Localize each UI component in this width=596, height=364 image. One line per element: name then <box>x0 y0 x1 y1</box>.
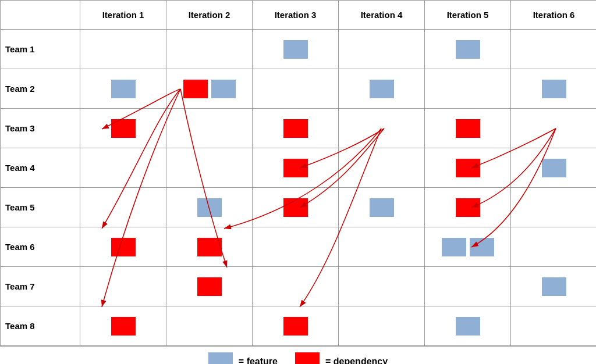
team8-iter3-dep <box>283 317 308 336</box>
team7-row: Team 7 <box>1 267 597 306</box>
team3-iter3 <box>253 109 339 148</box>
team3-iter4 <box>339 109 425 148</box>
team8-iter1 <box>80 306 166 346</box>
team2-row: Team 2 <box>1 69 597 109</box>
team2-label: Team 2 <box>1 69 80 109</box>
team4-iter3-dep <box>283 159 308 177</box>
team6-iter6 <box>511 227 597 267</box>
team4-label: Team 4 <box>1 148 80 188</box>
team5-iter3 <box>253 188 339 227</box>
team7-iter2-dep <box>197 277 222 296</box>
team1-iter3-feature <box>283 40 308 59</box>
team5-iter4-feature <box>370 198 394 217</box>
team4-iter6-feature <box>542 159 566 177</box>
legend-feature-box <box>208 352 233 364</box>
header-iter3: Iteration 3 <box>253 1 339 30</box>
team1-iter5-feature <box>456 40 480 59</box>
team1-iter1 <box>80 30 166 69</box>
team5-row: Team 5 <box>1 188 597 227</box>
team2-iter4-feature <box>370 80 394 98</box>
team2-iter2-feature <box>211 80 236 98</box>
team3-row: Team 3 <box>1 109 597 148</box>
team3-iter1 <box>80 109 166 148</box>
team6-iter5-feature1 <box>442 238 466 256</box>
team5-label: Team 5 <box>1 188 80 227</box>
team8-iter2 <box>166 306 253 346</box>
team7-iter1 <box>80 267 166 306</box>
main-container: Iteration 1 Iteration 2 Iteration 3 Iter… <box>0 0 596 364</box>
team5-iter6 <box>511 188 597 227</box>
team6-row: Team 6 <box>1 227 597 267</box>
grid-wrapper: Iteration 1 Iteration 2 Iteration 3 Iter… <box>0 0 596 346</box>
legend-dependency-item: = dependency <box>295 352 388 364</box>
team4-iter5 <box>425 148 511 188</box>
team8-iter5 <box>425 306 511 346</box>
team8-row: Team 8 <box>1 306 597 346</box>
header-iter4: Iteration 4 <box>339 1 425 30</box>
team5-iter2 <box>166 188 253 227</box>
team5-iter1 <box>80 188 166 227</box>
team1-iter6 <box>511 30 597 69</box>
team4-iter1 <box>80 148 166 188</box>
team3-iter5 <box>425 109 511 148</box>
team8-iter3 <box>253 306 339 346</box>
legend-dependency-label: = dependency <box>325 356 388 364</box>
team1-iter3 <box>253 30 339 69</box>
team3-iter1-dep <box>111 119 136 138</box>
team4-iter4 <box>339 148 425 188</box>
team5-iter5 <box>425 188 511 227</box>
team2-iter2-dep <box>183 80 208 98</box>
team2-iter6-feature <box>542 80 566 98</box>
header-team-col <box>1 1 80 30</box>
team3-iter6 <box>511 109 597 148</box>
team6-iter1-dep <box>111 238 136 256</box>
team2-iter3 <box>253 69 339 109</box>
team2-iter4 <box>339 69 425 109</box>
team4-iter6 <box>511 148 597 188</box>
header-iter5: Iteration 5 <box>425 1 511 30</box>
team6-iter5 <box>425 227 511 267</box>
team7-iter4 <box>339 267 425 306</box>
team6-label: Team 6 <box>1 227 80 267</box>
team1-label: Team 1 <box>1 30 80 69</box>
team6-iter2-dep <box>197 238 222 256</box>
team1-iter4 <box>339 30 425 69</box>
team8-label: Team 8 <box>1 306 80 346</box>
header-iter1: Iteration 1 <box>80 1 166 30</box>
team3-iter3-dep <box>283 119 308 138</box>
team2-iter1 <box>80 69 166 109</box>
team6-iter2 <box>166 227 253 267</box>
legend-feature-label: = feature <box>239 356 278 364</box>
header-iter6: Iteration 6 <box>511 1 597 30</box>
team5-iter4 <box>339 188 425 227</box>
team7-iter2 <box>166 267 253 306</box>
team4-row: Team 4 <box>1 148 597 188</box>
team3-label: Team 3 <box>1 109 80 148</box>
team5-iter5-dep <box>456 198 480 217</box>
team5-iter2-feature <box>197 198 222 217</box>
team6-iter3 <box>253 227 339 267</box>
team7-iter5 <box>425 267 511 306</box>
team7-iter6 <box>511 267 597 306</box>
team8-iter5-feature <box>456 317 480 336</box>
team2-iter1-feature <box>111 80 136 98</box>
team8-iter4 <box>339 306 425 346</box>
team3-iter2 <box>166 109 253 148</box>
team2-iter5 <box>425 69 511 109</box>
team8-iter6 <box>511 306 597 346</box>
legend-feature-item: = feature <box>208 352 278 364</box>
team1-iter5 <box>425 30 511 69</box>
team6-iter1 <box>80 227 166 267</box>
header-iter2: Iteration 2 <box>166 1 253 30</box>
team2-iter6 <box>511 69 597 109</box>
team7-iter6-feature <box>542 277 566 296</box>
team1-row: Team 1 <box>1 30 597 69</box>
team8-iter1-dep <box>111 317 136 336</box>
team6-iter4 <box>339 227 425 267</box>
team2-iter2 <box>166 69 253 109</box>
team4-iter2 <box>166 148 253 188</box>
legend: = feature = dependency <box>0 346 596 364</box>
team4-iter5-dep <box>456 159 480 177</box>
team3-iter5-dep <box>456 119 480 138</box>
iteration-table: Iteration 1 Iteration 2 Iteration 3 Iter… <box>0 0 596 346</box>
